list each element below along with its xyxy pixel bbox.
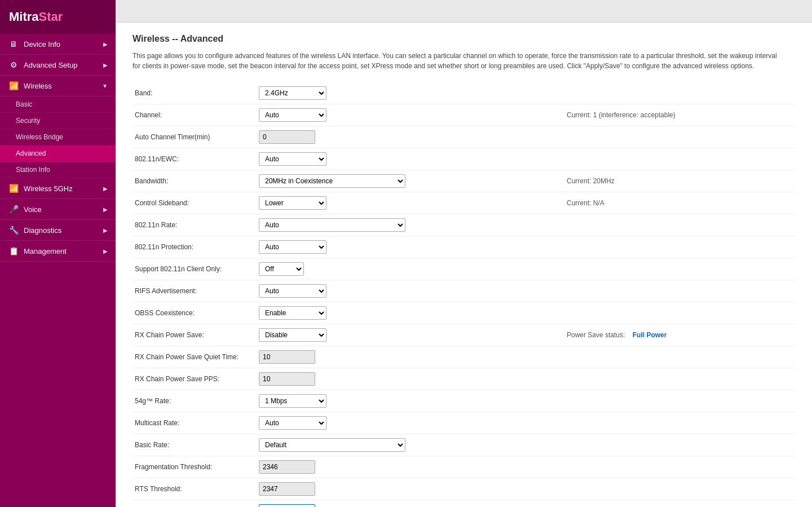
frag-threshold-input[interactable] [259, 460, 315, 474]
sidebar-item-wireless-label: Wireless [24, 82, 52, 90]
rx-chain-ps-quiet-row: RX Chain Power Save Quiet Time: [133, 346, 795, 368]
rx-chain-ps-quiet-input[interactable] [259, 350, 315, 364]
rifs-select[interactable]: Auto Enable Disable [259, 284, 326, 298]
channel-select[interactable]: Auto 123611 [259, 108, 326, 122]
settings-form: Band: 2.4GHz 5GHz Channel: Auto 123611 [133, 82, 795, 507]
sidebar-item-wireless[interactable]: 📶 Wireless ▼ [0, 76, 116, 96]
channel-label: Channel: [133, 104, 257, 126]
rifs-row: RIFS Advertisement: Auto Enable Disable [133, 280, 795, 302]
rate-54g-label: 54g™ Rate: [133, 390, 257, 412]
sidebar-item-voice[interactable]: 🎤 Voice ▶ [0, 199, 116, 220]
support-11n-select[interactable]: Off On [259, 262, 304, 276]
rate-11n-label: 802.11n Rate: [133, 214, 257, 236]
rts-threshold-input-cell [257, 478, 564, 500]
frag-threshold-input-cell [257, 456, 564, 478]
bandwidth-input-cell: 20MHz in Coexistence 20MHz 40MHz [257, 170, 564, 192]
sidebar-item-device-info[interactable]: 🖥 Device Info ▶ [0, 34, 116, 55]
rifs-input-cell: Auto Enable Disable [257, 280, 564, 302]
sidebar-item-basic[interactable]: Basic [0, 96, 116, 113]
protection-11n-row: 802.11n Protection: Auto Enable Disable [133, 236, 795, 258]
voice-icon: 🎤 [8, 205, 19, 214]
page-title: Wireless -- Advanced [133, 34, 795, 44]
sidebar-item-advanced-setup[interactable]: ⚙ Advanced Setup ▶ [0, 55, 116, 76]
rifs-label: RIFS Advertisement: [133, 280, 257, 302]
main-content: Wireless -- Advanced This page allows yo… [116, 0, 812, 507]
rate-54g-row: 54g™ Rate: 1 Mbps 2 Mbps 5.5 Mbps 11 Mbp… [133, 390, 795, 412]
multicast-rate-input-cell: Auto [257, 412, 564, 434]
rx-chain-ps-quiet-input-cell [257, 346, 564, 368]
logo-text: MitraStar [9, 10, 63, 24]
power-save-status-label: Power Save status: [567, 331, 625, 339]
sidebar-item-management[interactable]: 📋 Management ▶ [0, 241, 116, 262]
chevron-right-icon: ▶ [103, 206, 108, 213]
dtim-interval-label: DTIM Interval: [133, 500, 257, 508]
obss-select[interactable]: Enable Disable [259, 306, 326, 320]
auto-channel-timer-label: Auto Channel Timer(min) [133, 126, 257, 148]
management-icon: 📋 [8, 246, 19, 255]
band-select[interactable]: 2.4GHz 5GHz [259, 86, 326, 100]
multicast-rate-row: Multicast Rate: Auto [133, 412, 795, 434]
rate-54g-select[interactable]: 1 Mbps 2 Mbps 5.5 Mbps 11 Mbps Auto [259, 394, 326, 408]
basic-rate-label: Basic Rate: [133, 434, 257, 456]
obss-input-cell: Enable Disable [257, 302, 564, 324]
ewc-label: 802.11n/EWC: [133, 148, 257, 170]
chevron-right-icon: ▶ [103, 186, 108, 192]
frag-threshold-row: Fragmentation Threshold: [133, 456, 795, 478]
ewc-row: 802.11n/EWC: Auto Enable Disable [133, 148, 795, 170]
advanced-setup-icon: ⚙ [8, 60, 19, 69]
diagnostics-icon: 🔧 [8, 226, 19, 235]
rts-threshold-input[interactable] [259, 482, 315, 496]
chevron-down-icon: ▼ [102, 83, 108, 89]
sidebar-item-wireless-5ghz[interactable]: 📶 Wireless 5GHz ▶ [0, 178, 116, 199]
auto-channel-timer-input[interactable] [259, 130, 315, 144]
sidebar-item-diagnostics-label: Diagnostics [24, 226, 61, 235]
control-sideband-select[interactable]: Lower Upper [259, 196, 326, 210]
sidebar-item-diagnostics[interactable]: 🔧 Diagnostics ▶ [0, 220, 116, 241]
protection-11n-input-cell: Auto Enable Disable [257, 236, 564, 258]
multicast-rate-select[interactable]: Auto [259, 416, 326, 430]
rate-11n-select[interactable]: Auto [259, 218, 405, 232]
basic-rate-select[interactable]: Default [259, 438, 405, 452]
logo: MitraStar [0, 0, 116, 34]
page-description: This page allows you to configure advanc… [133, 51, 781, 71]
auto-channel-timer-row: Auto Channel Timer(min) [133, 126, 795, 148]
sidebar: MitraStar 🖥 Device Info ▶ ⚙ Advanced Set… [0, 0, 116, 507]
control-sideband-input-cell: Lower Upper [257, 192, 564, 214]
sidebar-item-station-info[interactable]: Station Info [0, 162, 116, 178]
rx-chain-ps-pps-input[interactable] [259, 372, 315, 386]
rts-threshold-row: RTS Threshold: [133, 478, 795, 500]
protection-11n-select[interactable]: Auto Enable Disable [259, 240, 326, 254]
chevron-right-icon: ▶ [103, 227, 108, 233]
frag-threshold-label: Fragmentation Threshold: [133, 456, 257, 478]
multicast-rate-label: Multicast Rate: [133, 412, 257, 434]
rx-chain-ps-input-cell: Disable Enable [257, 324, 564, 346]
bandwidth-select[interactable]: 20MHz in Coexistence 20MHz 40MHz [259, 174, 405, 188]
rx-chain-ps-row: RX Chain Power Save: Disable Enable Powe… [133, 324, 795, 346]
dtim-interval-row: DTIM Interval: [133, 500, 795, 508]
rx-chain-ps-select[interactable]: Disable Enable [259, 328, 326, 342]
sidebar-item-wireless-bridge-label: Wireless Bridge [16, 133, 63, 141]
sidebar-item-advanced[interactable]: Advanced [0, 146, 116, 162]
basic-rate-row: Basic Rate: Default [133, 434, 795, 456]
chevron-right-icon: ▶ [103, 248, 108, 254]
ewc-input-cell: Auto Enable Disable [257, 148, 564, 170]
sidebar-item-advanced-setup-label: Advanced Setup [24, 61, 77, 69]
control-sideband-label: Control Sideband: [133, 192, 257, 214]
ewc-select[interactable]: Auto Enable Disable [259, 152, 326, 166]
sidebar-item-security[interactable]: Security [0, 113, 116, 129]
rx-chain-ps-label: RX Chain Power Save: [133, 324, 257, 346]
band-input-cell: 2.4GHz 5GHz [257, 82, 564, 104]
dtim-interval-input[interactable] [259, 504, 315, 507]
band-row: Band: 2.4GHz 5GHz [133, 82, 795, 104]
power-save-status-value: Full Power [633, 331, 667, 339]
bandwidth-label: Bandwidth: [133, 170, 257, 192]
rx-chain-ps-pps-row: RX Chain Power Save PPS: [133, 368, 795, 390]
basic-rate-input-cell: Default [257, 434, 564, 456]
sidebar-item-advanced-label: Advanced [16, 149, 46, 157]
dtim-interval-input-cell [257, 500, 564, 508]
rate-11n-input-cell: Auto [257, 214, 564, 236]
wireless-icon: 📶 [8, 81, 19, 90]
sidebar-item-wireless-bridge[interactable]: Wireless Bridge [0, 129, 116, 146]
rx-chain-ps-pps-input-cell [257, 368, 564, 390]
sidebar-item-basic-label: Basic [16, 100, 32, 108]
